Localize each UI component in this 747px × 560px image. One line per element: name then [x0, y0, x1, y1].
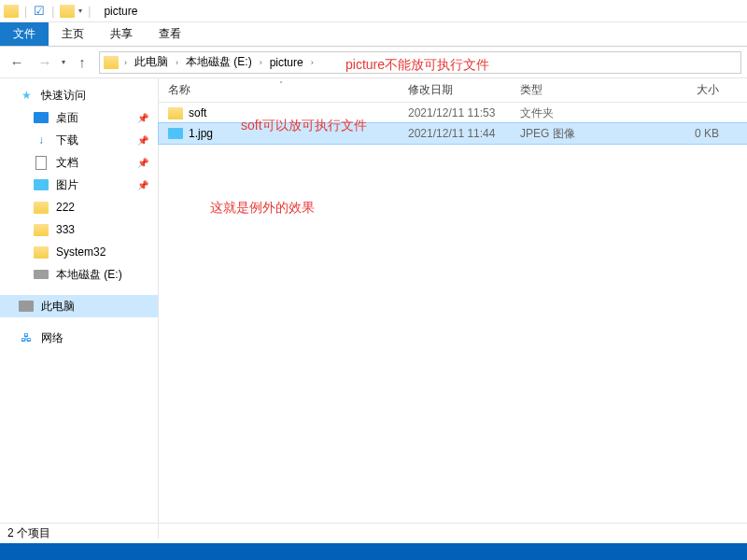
back-button[interactable]: ← [6, 51, 28, 74]
title-bar: | ☑ | ▾ | picture [0, 0, 747, 22]
tab-view[interactable]: 查看 [146, 22, 194, 46]
status-bar: 2 个项目 [0, 523, 747, 543]
qat-properties[interactable]: ☑ [33, 5, 46, 18]
address-bar[interactable]: › 此电脑 › 本地磁盘 (E:) › picture › [99, 51, 741, 74]
crumb-drive[interactable]: 本地磁盘 (E:) [182, 54, 256, 70]
sidebar-label: 本地磁盘 (E:) [56, 267, 122, 283]
forward-button[interactable]: → [34, 51, 56, 74]
image-icon [168, 128, 183, 139]
file-list: soft 2021/12/11 11:53 文件夹 1.jpg 2021/12/… [159, 103, 747, 539]
chevron-right-icon[interactable]: › [309, 58, 316, 67]
sidebar-label: 222 [56, 201, 75, 214]
item-name: soft [189, 106, 206, 119]
sidebar-label: 下载 [56, 133, 78, 148]
sidebar-this-pc[interactable]: 此电脑 [0, 295, 158, 317]
sidebar-label: 桌面 [56, 110, 78, 126]
sort-indicator: ˄ [279, 80, 283, 89]
column-headers: 名称˄ 修改日期 类型 大小 [159, 78, 747, 103]
chevron-right-icon[interactable]: › [174, 58, 180, 67]
crumb-folder[interactable]: picture [266, 56, 307, 69]
list-item[interactable]: soft 2021/12/11 11:53 文件夹 [159, 103, 747, 123]
app-icon [4, 5, 19, 18]
qat-dropdown[interactable]: ▾ [78, 7, 82, 15]
item-modified: 2021/12/11 11:44 [399, 127, 511, 140]
tab-share[interactable]: 共享 [97, 22, 146, 46]
crumb-thispc[interactable]: 此电脑 [131, 54, 172, 70]
folder-icon [168, 107, 183, 119]
content-area: 名称˄ 修改日期 类型 大小 soft 2021/12/11 11:53 文件夹… [159, 78, 747, 539]
ribbon-tabs: 文件 主页 共享 查看 [0, 22, 747, 47]
sidebar-documents[interactable]: 文档📌 [0, 151, 158, 174]
pin-icon: 📌 [137, 180, 148, 190]
sidebar-pictures[interactable]: 图片📌 [0, 174, 158, 196]
sidebar-desktop[interactable]: 桌面📌 [0, 106, 158, 129]
up-button[interactable]: ↑ [71, 51, 93, 74]
sidebar-label: 快速访问 [41, 88, 86, 104]
col-type[interactable]: 类型 [511, 82, 623, 98]
pin-icon: 📌 [137, 158, 148, 168]
item-modified: 2021/12/11 11:53 [399, 106, 511, 119]
chevron-right-icon[interactable]: › [258, 58, 264, 67]
col-modified[interactable]: 修改日期 [399, 82, 511, 98]
sidebar-quick-access[interactable]: ★快速访问 [0, 84, 158, 106]
sidebar-network[interactable]: 🖧网络 [0, 327, 158, 349]
col-name[interactable]: 名称˄ [159, 82, 399, 98]
history-dropdown[interactable]: ▾ [62, 58, 65, 66]
list-item[interactable]: 1.jpg 2021/12/11 11:44 JPEG 图像 0 KB [159, 123, 747, 144]
item-count: 2 个项目 [7, 525, 50, 541]
sidebar-folder-system32[interactable]: System32 [0, 241, 158, 263]
sidebar-label: 333 [56, 223, 75, 236]
sidebar-drive-e[interactable]: 本地磁盘 (E:) [0, 263, 158, 286]
sidebar-folder-333[interactable]: 333 [0, 218, 158, 241]
sidebar-folder-222[interactable]: 222 [0, 196, 158, 218]
sidebar-label: 图片 [56, 177, 78, 193]
taskbar[interactable] [0, 543, 747, 560]
window-title: picture [104, 5, 137, 18]
item-size: 0 KB [623, 127, 747, 140]
sidebar-downloads[interactable]: ↓下载📌 [0, 129, 158, 151]
pin-icon: 📌 [137, 113, 148, 123]
chevron-right-icon[interactable]: › [122, 58, 129, 67]
item-type: 文件夹 [511, 105, 623, 121]
sidebar-label: 文档 [56, 155, 78, 171]
tab-file[interactable]: 文件 [0, 22, 49, 46]
sidebar-label: 网络 [41, 330, 63, 346]
col-size[interactable]: 大小 [623, 82, 747, 98]
item-name: 1.jpg [189, 127, 213, 140]
nav-bar: ← → ▾ ↑ › 此电脑 › 本地磁盘 (E:) › picture › [0, 47, 747, 78]
tab-home[interactable]: 主页 [49, 22, 97, 46]
qat-new-folder[interactable] [60, 5, 75, 18]
address-icon [104, 56, 119, 69]
sidebar-label: 此电脑 [41, 299, 75, 315]
sidebar-label: System32 [56, 245, 106, 259]
pin-icon: 📌 [137, 135, 148, 146]
item-type: JPEG 图像 [511, 126, 623, 142]
nav-pane: ★快速访问 桌面📌 ↓下载📌 文档📌 图片📌 222 333 System32 … [0, 78, 159, 539]
